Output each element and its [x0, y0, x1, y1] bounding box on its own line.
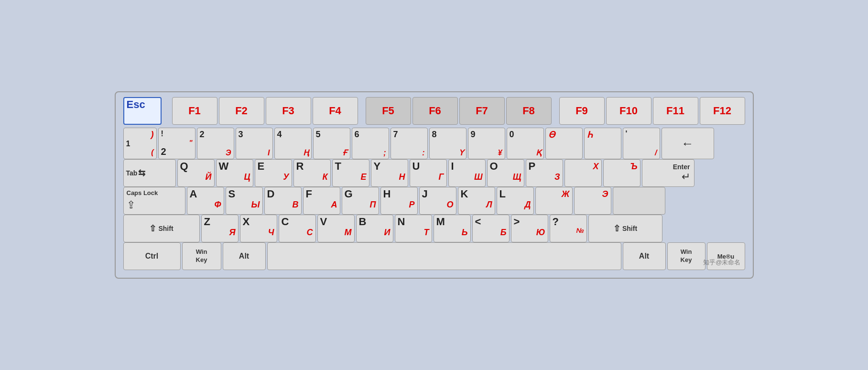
key-g[interactable]: G П [342, 187, 379, 215]
key-slash[interactable]: ? № [550, 215, 587, 242]
key-d[interactable]: D В [264, 187, 302, 215]
key-menu[interactable]: Me®u 知乎@未命名 [707, 242, 745, 270]
key-f12[interactable]: F12 [700, 97, 745, 125]
key-apostrophe[interactable]: Э [574, 187, 611, 215]
key-e[interactable]: E У [255, 159, 292, 187]
key-tab[interactable]: Tab ⇆ [123, 159, 176, 187]
key-r[interactable]: R К [293, 159, 331, 187]
key-w[interactable]: W Ц [216, 159, 253, 187]
key-z[interactable]: Z Я [201, 215, 239, 242]
zxcv-row: ⇧ Shift Z Я X Ч C С V М [123, 215, 745, 242]
key-7[interactable]: 7 : [391, 128, 428, 159]
key-v[interactable]: V М [317, 215, 355, 242]
fn-row: Esc F1 F2 F3 F4 F5 F6 F7 F8 F9 F10 F11 F… [123, 97, 745, 125]
key-j[interactable]: J О [419, 187, 456, 215]
key-b[interactable]: B И [356, 215, 393, 242]
key-a[interactable]: A Ф [187, 187, 224, 215]
key-enter[interactable]: Enter ↵ [642, 159, 694, 187]
key-m[interactable]: M Ь [434, 215, 471, 242]
key-period[interactable]: > Ю [511, 215, 548, 242]
key-f8[interactable]: F8 [506, 97, 552, 125]
key-alt-left[interactable]: Alt [223, 242, 266, 270]
key-esc[interactable]: Esc [123, 97, 162, 125]
key-k[interactable]: K Л [458, 187, 495, 215]
key-minus[interactable]: Ө [545, 128, 583, 159]
key-shift-right[interactable]: ⇧ Shift [588, 215, 662, 242]
key-win-left[interactable]: WinKey [182, 242, 221, 270]
key-c[interactable]: C С [279, 215, 316, 242]
key-q[interactable]: Q Й [177, 159, 215, 187]
key-s[interactable]: S Ы [226, 187, 263, 215]
key-1[interactable]: ! " 2 [158, 128, 195, 159]
key-caps-lock[interactable]: Caps Lock ⇪ [123, 187, 185, 215]
key-backslash[interactable]: ' / [623, 128, 660, 159]
key-x[interactable]: X Ч [240, 215, 277, 242]
key-f1[interactable]: F1 [172, 97, 217, 125]
key-n[interactable]: N Т [395, 215, 432, 242]
asdf-row: Caps Lock ⇪ A Ф S Ы D В F А [123, 187, 745, 215]
key-rbracket[interactable]: Ъ [603, 159, 640, 187]
key-p[interactable]: P З [526, 159, 563, 187]
key-f7[interactable]: F7 [459, 97, 505, 125]
key-space[interactable] [267, 242, 621, 270]
key-f3[interactable]: F3 [266, 97, 311, 125]
key-9[interactable]: 9 ¥ [468, 128, 505, 159]
key-i[interactable]: I Ш [448, 159, 486, 187]
key-y[interactable]: Y Н [371, 159, 408, 187]
key-win-right[interactable]: WinKey [667, 242, 705, 270]
key-f10[interactable]: F10 [606, 97, 651, 125]
key-f9[interactable]: F9 [559, 97, 605, 125]
key-f4[interactable]: F4 [313, 97, 358, 125]
key-f2[interactable]: F2 [219, 97, 264, 125]
key-4[interactable]: 4 Ң [274, 128, 312, 159]
key-enter-ext [613, 187, 665, 215]
key-backspace[interactable]: ← [662, 128, 714, 159]
key-6[interactable]: 6 ; [352, 128, 389, 159]
key-f11[interactable]: F11 [653, 97, 698, 125]
key-f5[interactable]: F5 [366, 97, 411, 125]
key-semicolon[interactable]: Ж [535, 187, 573, 215]
key-o[interactable]: O Щ [487, 159, 524, 187]
key-lbracket[interactable]: Х [564, 159, 602, 187]
key-l[interactable]: L Д [497, 187, 534, 215]
keyboard: Esc F1 F2 F3 F4 F5 F6 F7 F8 F9 F10 F11 F… [115, 91, 754, 279]
key-2[interactable]: 2 Э [197, 128, 234, 159]
key-f[interactable]: F А [303, 187, 340, 215]
esc-label: Esc [127, 99, 145, 110]
number-row: ) 1 ( ! " 2 2 Э 3 І 4 Ң 5 Ғ [123, 128, 745, 159]
key-0[interactable]: 0 Қ [507, 128, 544, 159]
qwerty-row: Tab ⇆ Q Й W Ц E У R К [123, 159, 745, 187]
bottom-row: Ctrl WinKey Alt Alt WinKey Me®u 知乎@未命名 [123, 242, 745, 270]
key-3[interactable]: 3 І [236, 128, 273, 159]
key-ctrl-left[interactable]: Ctrl [123, 242, 181, 270]
key-shift-left[interactable]: ⇧ Shift [123, 215, 200, 242]
key-8[interactable]: 8 Ү [429, 128, 467, 159]
key-backtick[interactable]: ) 1 ( [123, 128, 157, 159]
key-5[interactable]: 5 Ғ [313, 128, 350, 159]
key-f6[interactable]: F6 [412, 97, 458, 125]
key-t[interactable]: T Е [332, 159, 369, 187]
key-h[interactable]: H Р [380, 187, 418, 215]
key-comma[interactable]: < Б [472, 215, 510, 242]
key-equals[interactable]: Һ [584, 128, 621, 159]
key-u[interactable]: U Г [410, 159, 447, 187]
key-alt-right[interactable]: Alt [623, 242, 666, 270]
